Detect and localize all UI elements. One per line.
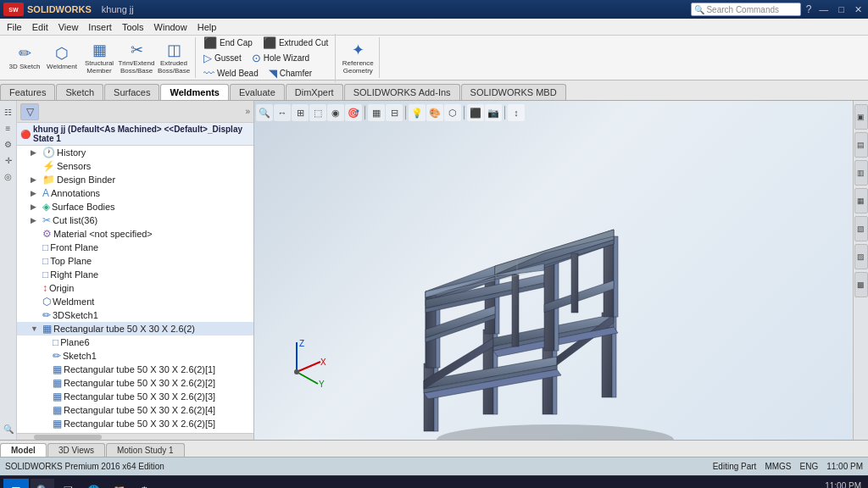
- tab-solidworks-mbd[interactable]: SOLIDWORKS MBD: [461, 84, 566, 100]
- extruded-cut-button[interactable]: ⬛ Extruded Cut: [259, 36, 331, 50]
- vp-camera[interactable]: 📷: [485, 104, 502, 121]
- menu-help[interactable]: Help: [192, 21, 222, 33]
- vp-btn-1[interactable]: 🔍: [256, 104, 273, 121]
- chamfer-button[interactable]: ◥ Chamfer: [265, 66, 315, 80]
- tree-item-design-binder[interactable]: ▶ 📁 Design Binder: [17, 173, 253, 186]
- structural-member-icon: ▦: [92, 41, 107, 59]
- vp-lights[interactable]: 💡: [409, 104, 426, 121]
- tab-features[interactable]: Features: [0, 84, 55, 100]
- tree-item-right-plane[interactable]: □ Right Plane: [17, 268, 253, 281]
- help-icon[interactable]: ?: [806, 3, 812, 15]
- appearances-icon[interactable]: ✛: [1, 152, 16, 168]
- rib-btn-6[interactable]: ▨: [854, 244, 868, 269]
- tab-dimxpert[interactable]: DimXpert: [286, 84, 343, 100]
- tree-item-sensors[interactable]: ⚡ Sensors: [17, 159, 253, 173]
- menu-edit[interactable]: Edit: [27, 21, 53, 33]
- tree-item-annotations[interactable]: ▶ A Annotations: [17, 186, 253, 200]
- search-button[interactable]: 🔍: [31, 479, 54, 489]
- extruded-icon: ◫: [167, 41, 181, 59]
- tree-item-history[interactable]: ▶ 🕐 History: [17, 146, 253, 159]
- structural-member-button[interactable]: ▦ Structural Member: [81, 39, 117, 76]
- start-button[interactable]: ⊞: [3, 479, 29, 489]
- tree-item-rect-tube-3[interactable]: ▦ Rectangular tube 50 X 30 X 2.6(2)[3]: [17, 390, 253, 403]
- weldment-button[interactable]: ⬡ Weldment: [44, 39, 80, 76]
- search-commands-input[interactable]: 🔍 Search Commands: [691, 3, 801, 16]
- vp-display-style[interactable]: ▦: [368, 104, 385, 121]
- rib-btn-7[interactable]: ▩: [854, 272, 868, 297]
- hole-wizard-label: Hole Wizard: [264, 53, 309, 63]
- vp-appearances[interactable]: 🎨: [426, 104, 443, 121]
- panel-collapse-btn[interactable]: »: [245, 107, 250, 116]
- weld-bead-button[interactable]: 〰 Weld Bead: [200, 66, 262, 80]
- gusset-button[interactable]: ▷ Gusset: [200, 51, 245, 65]
- menu-tools[interactable]: Tools: [117, 21, 149, 33]
- tree-item-rect-tube-5[interactable]: ▦ Rectangular tube 50 X 30 X 2.6(2)[5]: [17, 417, 253, 430]
- tree-item-3dsketch1[interactable]: ✏ 3DSketch1: [17, 308, 253, 322]
- tab-sketch[interactable]: Sketch: [56, 84, 103, 100]
- vp-section-view[interactable]: ⬛: [467, 104, 484, 121]
- rib-btn-3[interactable]: ▥: [854, 160, 868, 186]
- rib-btn-1[interactable]: ▣: [854, 104, 868, 130]
- vp-arrows[interactable]: ↕: [508, 104, 525, 121]
- tab-surfaces[interactable]: Surfaces: [104, 84, 159, 100]
- config-manager-icon[interactable]: ⚙: [1, 136, 16, 152]
- menu-view[interactable]: View: [53, 21, 84, 33]
- tree-item-surface-bodies[interactable]: ▶ ◈ Surface Bodies: [17, 200, 253, 214]
- coordinate-axes: Z X Y: [271, 330, 339, 397]
- file-explorer-icon[interactable]: 📁: [107, 479, 131, 489]
- btab-3d-views[interactable]: 3D Views: [47, 443, 105, 457]
- rib-btn-2[interactable]: ▤: [854, 132, 868, 158]
- task-view-button[interactable]: ❑: [56, 479, 80, 489]
- tree-item-top-plane[interactable]: □ Top Plane: [17, 254, 253, 268]
- tree-item-sketch1[interactable]: ✏ Sketch1: [17, 349, 253, 363]
- feature-manager-icon[interactable]: ☷: [1, 104, 16, 119]
- vp-scene[interactable]: ⬡: [444, 104, 461, 121]
- hole-wizard-button[interactable]: ⊙ Hole Wizard: [248, 51, 313, 65]
- rib-btn-5[interactable]: ▧: [854, 216, 868, 241]
- reference-geometry-button[interactable]: ✦ Reference Geometry: [340, 39, 376, 76]
- btab-motion-study[interactable]: Motion Study 1: [106, 443, 185, 457]
- restore-button[interactable]: □: [836, 4, 847, 14]
- menu-insert[interactable]: Insert: [83, 21, 117, 33]
- tab-evaluate[interactable]: Evaluate: [230, 84, 285, 100]
- btab-model[interactable]: Model: [0, 443, 47, 457]
- 3d-sketch-button[interactable]: ✏ 3D Sketch: [7, 39, 42, 76]
- tree-item-front-plane[interactable]: □ Front Plane: [17, 241, 253, 254]
- settings-icon[interactable]: ⚙: [132, 479, 156, 489]
- custom-manager-icon[interactable]: ◎: [1, 169, 16, 184]
- filter-btn[interactable]: ▽: [20, 103, 39, 120]
- minimize-button[interactable]: —: [816, 4, 831, 14]
- vp-hidden-lines[interactable]: ⊟: [386, 104, 403, 121]
- tree-item-rect-tube-2[interactable]: ▦ Rectangular tube 50 X 30 X 2.6(2)[2]: [17, 376, 253, 390]
- svg-text:Y: Y: [319, 380, 325, 389]
- close-button[interactable]: ✕: [852, 4, 865, 15]
- tree-item-rect-tube-4[interactable]: ▦ Rectangular tube 50 X 30 X 2.6(2)[4]: [17, 403, 253, 417]
- tree-item-rect-tube-1[interactable]: ▦ Rectangular tube 50 X 30 X 2.6(2)[1]: [17, 363, 253, 376]
- tree-root[interactable]: 🔴 khung jj (Default<As Machined> <<Defau…: [17, 123, 253, 146]
- property-manager-icon[interactable]: ≡: [1, 120, 16, 136]
- vp-btn-3[interactable]: ⊞: [292, 104, 309, 121]
- end-cap-button[interactable]: ⬛ End Cap: [200, 36, 256, 50]
- editing-status: Editing Part: [713, 462, 757, 471]
- tree-item-weldment[interactable]: ⬡ Weldment: [17, 295, 253, 308]
- rib-btn-4[interactable]: ▦: [854, 188, 868, 214]
- viewport[interactable]: 🔍 ↔ ⊞ ⬚ ◉ 🎯 ▦ ⊟ 💡 🎨 ⬡ ⬛ 📷 ↕: [254, 101, 868, 440]
- tree-item-cut-list[interactable]: ▶ ✂ Cut list(36): [17, 214, 253, 227]
- menu-window[interactable]: Window: [149, 21, 192, 33]
- tree-item-rect-tube-parent[interactable]: ▼ ▦ Rectangular tube 50 X 30 X 2.6(2): [17, 322, 253, 336]
- extruded-boss-button[interactable]: ◫ Extruded Boss/Base: [156, 39, 192, 76]
- trim-extend-button[interactable]: ✂ Trim/Extend Boss/Base: [119, 39, 154, 76]
- vp-btn-2[interactable]: ↔: [274, 104, 291, 121]
- menu-file[interactable]: File: [2, 21, 27, 33]
- edge-icon[interactable]: 🌐: [81, 479, 105, 489]
- vp-view-orientation[interactable]: 🎯: [345, 104, 362, 121]
- tree-item-material[interactable]: ⚙ Material <not specified>: [17, 227, 253, 241]
- vp-btn-5[interactable]: ◉: [327, 104, 344, 121]
- tab-weldments[interactable]: Weldments: [160, 84, 228, 100]
- tree-item-plane6[interactable]: □ Plane6: [17, 336, 253, 349]
- tree-item-origin[interactable]: ↕ Origin: [17, 281, 253, 295]
- tree-h-scrollbar[interactable]: [17, 433, 253, 440]
- tab-solidworks-addins[interactable]: SOLIDWORKS Add-Ins: [344, 84, 460, 100]
- magnify-icon[interactable]: 🔍: [1, 421, 16, 436]
- vp-btn-4[interactable]: ⬚: [309, 104, 326, 121]
